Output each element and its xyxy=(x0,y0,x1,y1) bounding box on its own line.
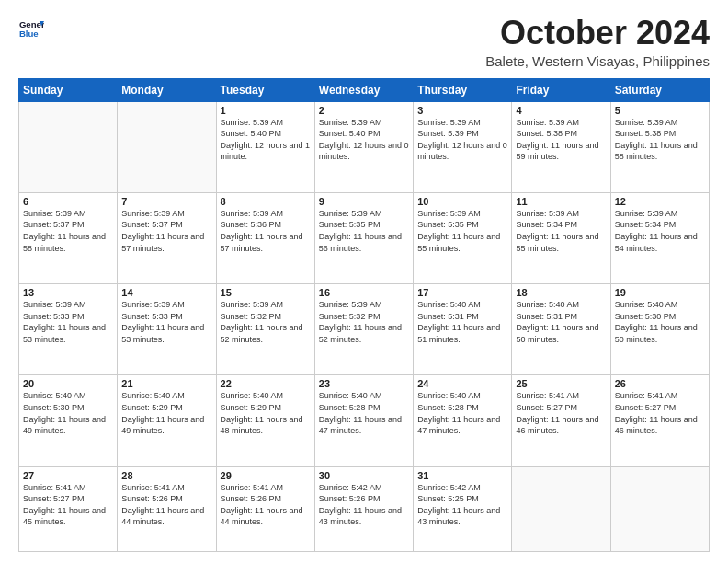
calendar-week-1: 6Sunrise: 5:39 AM Sunset: 5:37 PM Daylig… xyxy=(19,192,710,283)
svg-text:Blue: Blue xyxy=(19,29,39,39)
cell-info: Sunrise: 5:41 AM Sunset: 5:26 PM Dayligh… xyxy=(221,482,311,528)
day-number: 11 xyxy=(516,196,606,207)
cell-info: Sunrise: 5:41 AM Sunset: 5:26 PM Dayligh… xyxy=(121,482,211,528)
cell-info: Sunrise: 5:41 AM Sunset: 5:27 PM Dayligh… xyxy=(516,390,606,436)
table-row: 13Sunrise: 5:39 AM Sunset: 5:33 PM Dayli… xyxy=(19,284,118,375)
table-row: 18Sunrise: 5:40 AM Sunset: 5:31 PM Dayli… xyxy=(512,284,610,375)
cell-info: Sunrise: 5:39 AM Sunset: 5:33 PM Dayligh… xyxy=(121,299,211,345)
day-number: 23 xyxy=(319,378,409,389)
table-row: 15Sunrise: 5:39 AM Sunset: 5:32 PM Dayli… xyxy=(216,284,314,375)
table-row xyxy=(19,101,118,192)
table-row: 8Sunrise: 5:39 AM Sunset: 5:36 PM Daylig… xyxy=(216,192,314,283)
page: General Blue October 2024 Balete, Wester… xyxy=(0,0,728,563)
day-number: 5 xyxy=(615,105,705,116)
table-row: 21Sunrise: 5:40 AM Sunset: 5:29 PM Dayli… xyxy=(118,375,216,466)
col-tuesday: Tuesday xyxy=(216,78,314,101)
day-number: 18 xyxy=(516,287,606,298)
calendar-week-0: 1Sunrise: 5:39 AM Sunset: 5:40 PM Daylig… xyxy=(19,101,710,192)
day-number: 8 xyxy=(221,196,311,207)
cell-info: Sunrise: 5:42 AM Sunset: 5:25 PM Dayligh… xyxy=(417,482,507,528)
day-number: 31 xyxy=(417,470,507,481)
day-number: 17 xyxy=(417,287,507,298)
title-block: October 2024 Balete, Western Visayas, Ph… xyxy=(485,15,710,69)
table-row xyxy=(512,466,610,551)
day-number: 19 xyxy=(615,287,705,298)
col-friday: Friday xyxy=(512,78,610,101)
day-number: 1 xyxy=(221,105,311,116)
table-row xyxy=(610,466,709,551)
table-row: 2Sunrise: 5:39 AM Sunset: 5:40 PM Daylig… xyxy=(314,101,413,192)
day-number: 6 xyxy=(23,196,113,207)
day-number: 14 xyxy=(121,287,211,298)
day-number: 30 xyxy=(319,470,409,481)
day-number: 15 xyxy=(221,287,311,298)
table-row: 31Sunrise: 5:42 AM Sunset: 5:25 PM Dayli… xyxy=(414,466,512,551)
logo-icon: General Blue xyxy=(18,15,44,40)
table-row: 29Sunrise: 5:41 AM Sunset: 5:26 PM Dayli… xyxy=(216,466,314,551)
col-thursday: Thursday xyxy=(414,78,512,101)
day-number: 20 xyxy=(23,378,113,389)
cell-info: Sunrise: 5:39 AM Sunset: 5:36 PM Dayligh… xyxy=(221,208,311,254)
table-row: 20Sunrise: 5:40 AM Sunset: 5:30 PM Dayli… xyxy=(19,375,118,466)
table-row: 10Sunrise: 5:39 AM Sunset: 5:35 PM Dayli… xyxy=(414,192,512,283)
cell-info: Sunrise: 5:39 AM Sunset: 5:39 PM Dayligh… xyxy=(417,117,507,163)
cell-info: Sunrise: 5:39 AM Sunset: 5:34 PM Dayligh… xyxy=(516,208,606,254)
table-row: 30Sunrise: 5:42 AM Sunset: 5:26 PM Dayli… xyxy=(314,466,413,551)
day-number: 27 xyxy=(23,470,113,481)
cell-info: Sunrise: 5:39 AM Sunset: 5:40 PM Dayligh… xyxy=(221,117,311,163)
cell-info: Sunrise: 5:39 AM Sunset: 5:32 PM Dayligh… xyxy=(221,299,311,345)
table-row: 17Sunrise: 5:40 AM Sunset: 5:31 PM Dayli… xyxy=(414,284,512,375)
calendar-week-4: 27Sunrise: 5:41 AM Sunset: 5:27 PM Dayli… xyxy=(19,466,710,551)
day-number: 12 xyxy=(615,196,705,207)
cell-info: Sunrise: 5:41 AM Sunset: 5:27 PM Dayligh… xyxy=(23,482,113,528)
table-row: 11Sunrise: 5:39 AM Sunset: 5:34 PM Dayli… xyxy=(512,192,610,283)
header: General Blue October 2024 Balete, Wester… xyxy=(18,15,710,69)
cell-info: Sunrise: 5:39 AM Sunset: 5:35 PM Dayligh… xyxy=(417,208,507,254)
table-row: 7Sunrise: 5:39 AM Sunset: 5:37 PM Daylig… xyxy=(118,192,216,283)
logo: General Blue xyxy=(18,15,44,40)
cell-info: Sunrise: 5:39 AM Sunset: 5:34 PM Dayligh… xyxy=(615,208,705,254)
day-number: 7 xyxy=(121,196,211,207)
table-row: 23Sunrise: 5:40 AM Sunset: 5:28 PM Dayli… xyxy=(314,375,413,466)
cell-info: Sunrise: 5:39 AM Sunset: 5:37 PM Dayligh… xyxy=(121,208,211,254)
day-number: 25 xyxy=(516,378,606,389)
table-row: 1Sunrise: 5:39 AM Sunset: 5:40 PM Daylig… xyxy=(216,101,314,192)
day-number: 16 xyxy=(319,287,409,298)
day-number: 29 xyxy=(221,470,311,481)
cell-info: Sunrise: 5:39 AM Sunset: 5:35 PM Dayligh… xyxy=(319,208,409,254)
day-number: 28 xyxy=(121,470,211,481)
table-row: 25Sunrise: 5:41 AM Sunset: 5:27 PM Dayli… xyxy=(512,375,610,466)
table-row: 14Sunrise: 5:39 AM Sunset: 5:33 PM Dayli… xyxy=(118,284,216,375)
cell-info: Sunrise: 5:39 AM Sunset: 5:33 PM Dayligh… xyxy=(23,299,113,345)
day-number: 22 xyxy=(221,378,311,389)
table-row xyxy=(118,101,216,192)
table-row: 12Sunrise: 5:39 AM Sunset: 5:34 PM Dayli… xyxy=(610,192,709,283)
cell-info: Sunrise: 5:40 AM Sunset: 5:31 PM Dayligh… xyxy=(516,299,606,345)
cell-info: Sunrise: 5:40 AM Sunset: 5:31 PM Dayligh… xyxy=(417,299,507,345)
cell-info: Sunrise: 5:40 AM Sunset: 5:30 PM Dayligh… xyxy=(615,299,705,345)
table-row: 6Sunrise: 5:39 AM Sunset: 5:37 PM Daylig… xyxy=(19,192,118,283)
location: Balete, Western Visayas, Philippines xyxy=(485,53,710,69)
day-number: 21 xyxy=(121,378,211,389)
col-wednesday: Wednesday xyxy=(314,78,413,101)
cell-info: Sunrise: 5:40 AM Sunset: 5:29 PM Dayligh… xyxy=(221,390,311,436)
cell-info: Sunrise: 5:40 AM Sunset: 5:29 PM Dayligh… xyxy=(121,390,211,436)
table-row: 9Sunrise: 5:39 AM Sunset: 5:35 PM Daylig… xyxy=(314,192,413,283)
calendar-table: Sunday Monday Tuesday Wednesday Thursday… xyxy=(18,78,710,552)
col-saturday: Saturday xyxy=(610,78,709,101)
day-number: 26 xyxy=(615,378,705,389)
cell-info: Sunrise: 5:41 AM Sunset: 5:27 PM Dayligh… xyxy=(615,390,705,436)
day-number: 10 xyxy=(417,196,507,207)
table-row: 28Sunrise: 5:41 AM Sunset: 5:26 PM Dayli… xyxy=(118,466,216,551)
table-row: 27Sunrise: 5:41 AM Sunset: 5:27 PM Dayli… xyxy=(19,466,118,551)
table-row: 5Sunrise: 5:39 AM Sunset: 5:38 PM Daylig… xyxy=(610,101,709,192)
calendar-week-3: 20Sunrise: 5:40 AM Sunset: 5:30 PM Dayli… xyxy=(19,375,710,466)
cell-info: Sunrise: 5:40 AM Sunset: 5:28 PM Dayligh… xyxy=(319,390,409,436)
table-row: 24Sunrise: 5:40 AM Sunset: 5:28 PM Dayli… xyxy=(414,375,512,466)
month-title: October 2024 xyxy=(485,15,710,52)
cell-info: Sunrise: 5:39 AM Sunset: 5:38 PM Dayligh… xyxy=(516,117,606,163)
day-number: 24 xyxy=(417,378,507,389)
cell-info: Sunrise: 5:39 AM Sunset: 5:40 PM Dayligh… xyxy=(319,117,409,163)
table-row: 22Sunrise: 5:40 AM Sunset: 5:29 PM Dayli… xyxy=(216,375,314,466)
cell-info: Sunrise: 5:39 AM Sunset: 5:32 PM Dayligh… xyxy=(319,299,409,345)
